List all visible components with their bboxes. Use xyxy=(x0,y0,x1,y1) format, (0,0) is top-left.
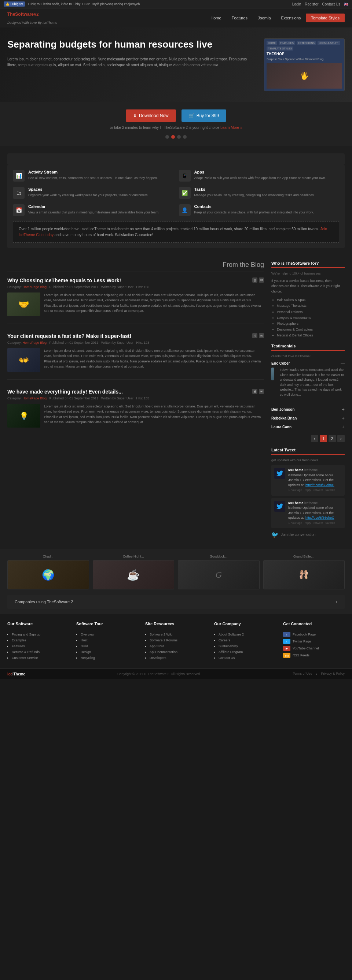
feature-apps-title: Apps xyxy=(194,170,326,174)
footer-our-software: Our Software Pricing and Sign up Example… xyxy=(7,622,69,661)
footer-link[interactable]: Build xyxy=(81,644,88,648)
footer-youtube: ▶ YouTube Channel xyxy=(283,646,345,651)
blog-post-3-title[interactable]: We have made everything ready! Even deta… xyxy=(7,389,123,395)
feature-activity-text: Activity Stream See all new content, edi… xyxy=(28,170,158,181)
email-icon-3[interactable]: ✉ xyxy=(259,389,264,394)
privacy-link[interactable]: Privacy & Policy xyxy=(321,672,345,676)
email-icon-2[interactable]: ✉ xyxy=(259,333,264,338)
cta-buttons: ⬇ Download Now 🛒 Buy for $99 xyxy=(7,110,345,122)
footer-link[interactable]: Returns & Refunds xyxy=(12,650,40,654)
blog-post-1-thumbnail: 🤝 xyxy=(7,293,40,316)
feature-tasks-text: Tasks Manage your to-do list by creating… xyxy=(194,187,315,198)
rss-link[interactable]: RSS Feeds xyxy=(293,654,309,657)
blog-post-2-title[interactable]: Your client requests a fast site? Make i… xyxy=(7,333,131,339)
footer-link[interactable]: Contact Us xyxy=(219,656,235,660)
youtube-link[interactable]: YouTube Channel xyxy=(293,646,318,650)
dot-1[interactable] xyxy=(165,135,169,139)
email-icon[interactable]: ✉ xyxy=(259,277,264,283)
footer-link[interactable]: Api Documentation xyxy=(150,650,178,654)
feature-tasks-title: Tasks xyxy=(194,187,315,191)
blog-post-3-body: 💡 Lorem ipsum dolor sit amet, consectetu… xyxy=(7,404,264,428)
contact-link[interactable]: Contact Us xyxy=(322,2,340,6)
list-item: Photographers xyxy=(277,321,345,326)
footer-link[interactable]: Software 2 Forums xyxy=(150,638,178,642)
login-link[interactable]: Login xyxy=(292,2,301,6)
footer-link[interactable]: App Store xyxy=(150,644,164,648)
footer-link[interactable]: Host xyxy=(81,638,88,642)
footer-link[interactable]: Software 2 Wiki xyxy=(150,633,173,636)
print-icon-3[interactable]: 🖨 xyxy=(252,389,258,394)
page-2[interactable]: 2 xyxy=(328,435,336,442)
page-1[interactable]: 1 xyxy=(320,435,327,442)
portfolio-chad-logo[interactable]: 🌍 xyxy=(7,560,89,589)
nav-home[interactable]: Home xyxy=(205,14,226,22)
footer-link[interactable]: Features xyxy=(12,644,25,648)
blog-category-link[interactable]: HomePage Blog xyxy=(23,285,47,289)
portfolio-section: Chad... 🌍 Coffee Night... ☕ Goodduck... … xyxy=(0,549,352,614)
footer-link[interactable]: Affiliate Program xyxy=(219,650,243,654)
join-link[interactable]: Join IceTheme Club today xyxy=(19,227,327,237)
tweet-1-link[interactable]: http://t.co/8f66ehpC xyxy=(306,483,334,487)
download-button[interactable]: ⬇ Download Now xyxy=(126,110,176,122)
nav-template-styles[interactable]: Template Styles xyxy=(306,14,345,22)
testimonial-ben[interactable]: Ben Johnson + xyxy=(271,405,345,414)
blog-post-2-body: 👐 Lorem ipsum dolor sit amet, consectetu… xyxy=(7,348,264,372)
testimonial-rebekka-expand[interactable]: + xyxy=(342,415,345,421)
twitter-follow[interactable]: 🐦 Join the conversation xyxy=(271,531,345,538)
feature-tasks-desc: Manage your to-do list by creating, dele… xyxy=(194,193,315,198)
testimonial-laura-expand[interactable]: + xyxy=(342,424,345,430)
footer-link[interactable]: Sustainability xyxy=(219,644,238,648)
footer-link[interactable]: Recycling xyxy=(81,656,95,660)
nav-extensions[interactable]: Extensions xyxy=(276,14,306,22)
prev-page[interactable]: ‹ xyxy=(311,435,318,442)
list-item: Api Documentation xyxy=(150,649,207,654)
nav-features[interactable]: Features xyxy=(227,14,253,22)
testimonial-rebekka[interactable]: Rebekka Brian + xyxy=(271,414,345,422)
footer-link[interactable]: Design xyxy=(81,650,91,654)
portfolio-coffee-logo[interactable]: ☕ xyxy=(93,560,174,589)
footer-link[interactable]: About Software 2 xyxy=(219,633,244,636)
list-item: Host xyxy=(81,638,138,642)
blog-category-link-3[interactable]: HomePage Blog xyxy=(23,396,47,400)
tweet-2-link[interactable]: http://t.co/8f66ehpC xyxy=(306,516,334,519)
register-link[interactable]: Register xyxy=(305,2,318,6)
dot-3[interactable] xyxy=(177,135,181,139)
print-icon-2[interactable]: 🖨 xyxy=(252,333,258,338)
testimonial-laura-name: Laura Cann xyxy=(271,425,291,429)
footer-link[interactable]: Pricing and Sign up xyxy=(12,633,40,636)
footer-link[interactable]: Developers xyxy=(150,656,166,660)
list-item: Lawyers & Accountants xyxy=(277,315,345,321)
testimonial-laura[interactable]: Laura Cann + xyxy=(271,422,345,431)
nav-joomla[interactable]: Joomla xyxy=(253,14,276,22)
dot-4[interactable] xyxy=(183,135,187,139)
footer-link[interactable]: Customer Service xyxy=(12,656,38,660)
buy-button[interactable]: 🛒 Buy for $99 xyxy=(181,110,226,122)
cta-section: ⬇ Download Now 🛒 Buy for $99 or take 2 m… xyxy=(0,102,352,146)
print-icon[interactable]: 🖨 xyxy=(252,277,258,283)
twitter-link[interactable]: Twitter Page xyxy=(293,640,311,643)
testimonial-pagination: ‹ 1 2 › xyxy=(271,435,345,442)
top-bar-right: Login Register Contact Us 🇬🇧 xyxy=(292,2,348,6)
portfolio-grandballet-logo[interactable]: 🩰 xyxy=(263,560,345,589)
testimonial-eric: Eric Cober — I downloaded some templates… xyxy=(271,361,345,401)
footer-link[interactable]: Overview xyxy=(81,633,94,636)
next-page[interactable]: › xyxy=(338,435,345,442)
tweet-2-content: IceTheme icetheme icetheme Updated some … xyxy=(288,501,342,526)
list-item: Features xyxy=(12,644,69,648)
testimonial-ben-expand[interactable]: + xyxy=(342,406,345,412)
like-button-icon[interactable]: 👍 Lubię to! xyxy=(4,2,25,6)
dot-2[interactable] xyxy=(171,135,175,139)
header: TheSoftwareV2 Designed With Love By IceT… xyxy=(0,8,352,27)
blog-category-link-2[interactable]: HomePage Blog xyxy=(23,341,47,344)
companies-next-arrow[interactable]: › xyxy=(336,598,338,605)
testimonial-collapse-icon[interactable]: — xyxy=(341,361,345,365)
portfolio-goodduck-logo[interactable]: G xyxy=(178,560,259,589)
footer-link[interactable]: Careers xyxy=(219,638,230,642)
blog-post-1-title[interactable]: Why Chossing IceTheme equals to Less Wor… xyxy=(7,277,121,283)
footer-link[interactable]: Examples xyxy=(12,638,26,642)
facebook-link[interactable]: Facebook Page xyxy=(293,633,316,636)
learn-more-link[interactable]: Learn More » xyxy=(220,126,242,130)
feature-contacts: 👤 Contacts Keep all your contacts in one… xyxy=(179,204,339,216)
terms-link[interactable]: Terms of Use xyxy=(293,672,312,676)
footer-icetheme-logo: iceiTheme xyxy=(7,672,25,676)
